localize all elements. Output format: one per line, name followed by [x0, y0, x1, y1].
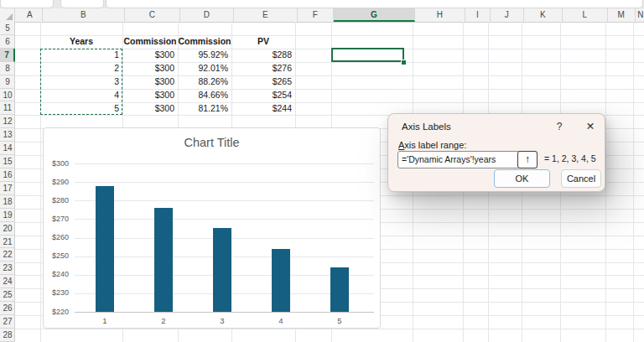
col-header-N[interactable]: N: [636, 8, 644, 22]
row-header-28[interactable]: 28: [0, 329, 15, 342]
cell-D10[interactable]: 84.66%: [178, 89, 231, 102]
col-header-M[interactable]: M: [608, 8, 636, 22]
range-picker-button[interactable]: ↑: [517, 151, 538, 168]
table-header-commission[interactable]: Commission: [178, 35, 231, 49]
cell-E7[interactable]: $288: [231, 49, 295, 62]
row-header-17[interactable]: 17: [0, 182, 15, 195]
row-header-18[interactable]: 18: [0, 195, 15, 209]
range-preview-text: = 1, 2, 3, 4, 5: [544, 153, 596, 163]
fill-handle[interactable]: [401, 60, 407, 65]
col-header-I[interactable]: I: [465, 8, 491, 22]
row-header-25[interactable]: 25: [0, 288, 15, 302]
col-header-G[interactable]: G: [334, 8, 415, 22]
formula-bar[interactable]: [106, 0, 643, 8]
cell-B9[interactable]: 3: [40, 75, 122, 89]
cell-C8[interactable]: $300: [122, 62, 178, 75]
row-header-15[interactable]: 15: [0, 155, 15, 168]
cell-C11[interactable]: $300: [122, 102, 178, 116]
y-axis-tick-label: $250: [44, 251, 69, 260]
y-axis-tick-label: $240: [44, 270, 69, 278]
row-header-9[interactable]: 9: [0, 75, 15, 89]
bar-chart[interactable]: Chart Title $300$290$280$270$260$250$240…: [43, 127, 381, 329]
row-header-7[interactable]: 7: [0, 49, 15, 62]
name-box[interactable]: [0, 0, 54, 8]
column-headers: ABCDEFGHIJKLMN: [0, 8, 644, 23]
col-header-J[interactable]: J: [491, 8, 524, 22]
axis-labels-dialog[interactable]: Axis Labels ? ✕ Axis label range: ='Dyna…: [387, 113, 605, 192]
ok-button[interactable]: OK: [494, 169, 550, 188]
cell-E11[interactable]: $244: [231, 102, 295, 116]
active-cell[interactable]: [331, 48, 404, 62]
gridline-h: [15, 329, 644, 329]
chart-gridline: [75, 163, 374, 164]
row-header-21[interactable]: 21: [0, 236, 15, 249]
cell-D11[interactable]: 81.21%: [178, 102, 231, 116]
table-header-commission[interactable]: Commission: [122, 35, 178, 49]
close-icon[interactable]: ✕: [583, 120, 598, 132]
cell-B7[interactable]: 1: [40, 49, 122, 62]
range-formula-text: ='Dynamic Arrays'!years: [402, 152, 496, 168]
cell-E10[interactable]: $254: [231, 89, 295, 102]
row-header-27[interactable]: 27: [0, 315, 15, 329]
row-header-5[interactable]: 5: [0, 22, 15, 35]
cell-D8[interactable]: 92.01%: [178, 62, 231, 75]
row-header-24[interactable]: 24: [0, 275, 15, 288]
chart-gridline: [75, 312, 374, 313]
row-header-13[interactable]: 13: [0, 128, 15, 142]
cell-C9[interactable]: $300: [122, 75, 178, 89]
row-header-14[interactable]: 14: [0, 142, 15, 155]
y-axis-tick-label: $270: [44, 215, 69, 223]
col-header-H[interactable]: H: [415, 8, 465, 22]
col-header-K[interactable]: K: [524, 8, 563, 22]
chart-gridline: [75, 219, 374, 220]
row-headers: 5678910111213141516171819202122232425262…: [0, 22, 15, 342]
y-axis-tick-label: $230: [44, 288, 69, 297]
row-header-11[interactable]: 11: [0, 101, 15, 115]
cell-E8[interactable]: $276: [231, 62, 295, 75]
row-header-6[interactable]: 6: [0, 35, 15, 49]
col-header-F[interactable]: F: [298, 8, 334, 22]
row-header-16[interactable]: 16: [0, 168, 15, 182]
bar-2[interactable]: [154, 208, 173, 312]
cell-C10[interactable]: $300: [122, 89, 178, 102]
select-all-corner[interactable]: [0, 8, 15, 22]
cell-C7[interactable]: $300: [122, 49, 178, 62]
bar-4[interactable]: [272, 249, 290, 312]
y-axis-tick-label: $300: [44, 159, 69, 168]
chart-title[interactable]: Chart Title: [44, 136, 380, 149]
col-header-L[interactable]: L: [563, 8, 608, 22]
col-header-D[interactable]: D: [180, 8, 234, 22]
bar-3[interactable]: [213, 228, 231, 312]
x-axis-tick-label: 5: [323, 316, 356, 325]
col-header-E[interactable]: E: [234, 8, 298, 22]
row-header-20[interactable]: 20: [0, 222, 15, 236]
cell-B10[interactable]: 4: [40, 89, 122, 102]
row-header-19[interactable]: 19: [0, 209, 15, 222]
col-header-A[interactable]: A: [18, 8, 43, 22]
row-header-23[interactable]: 23: [0, 262, 15, 275]
row-header-8[interactable]: 8: [0, 62, 15, 75]
chart-gridline: [75, 200, 374, 201]
row-header-10[interactable]: 10: [0, 89, 15, 102]
cell-B11[interactable]: 5: [40, 102, 122, 116]
table-header-years[interactable]: Years: [40, 35, 122, 49]
axis-label-range-label: Axis label range:: [398, 140, 466, 150]
row-header-22[interactable]: 22: [0, 248, 15, 262]
cancel-button[interactable]: Cancel: [561, 169, 601, 188]
bar-1[interactable]: [96, 186, 114, 312]
col-header-C[interactable]: C: [125, 8, 180, 22]
col-header-B[interactable]: B: [43, 8, 125, 22]
cell-D7[interactable]: 95.92%: [178, 49, 231, 62]
help-icon[interactable]: ?: [553, 121, 566, 132]
x-axis-tick-label: 4: [264, 316, 298, 325]
fx-button[interactable]: [60, 0, 104, 8]
cell-D9[interactable]: 88.26%: [178, 75, 231, 89]
row-header-26[interactable]: 26: [0, 302, 15, 315]
cell-E9[interactable]: $265: [231, 75, 295, 89]
cell-B8[interactable]: 2: [40, 62, 122, 75]
axis-label-range-input[interactable]: ='Dynamic Arrays'!years ↑: [397, 151, 538, 168]
row-header-12[interactable]: 12: [0, 115, 15, 128]
dialog-title: Axis Labels: [402, 122, 451, 132]
table-header-pv[interactable]: PV: [231, 35, 295, 49]
bar-5[interactable]: [330, 267, 349, 312]
